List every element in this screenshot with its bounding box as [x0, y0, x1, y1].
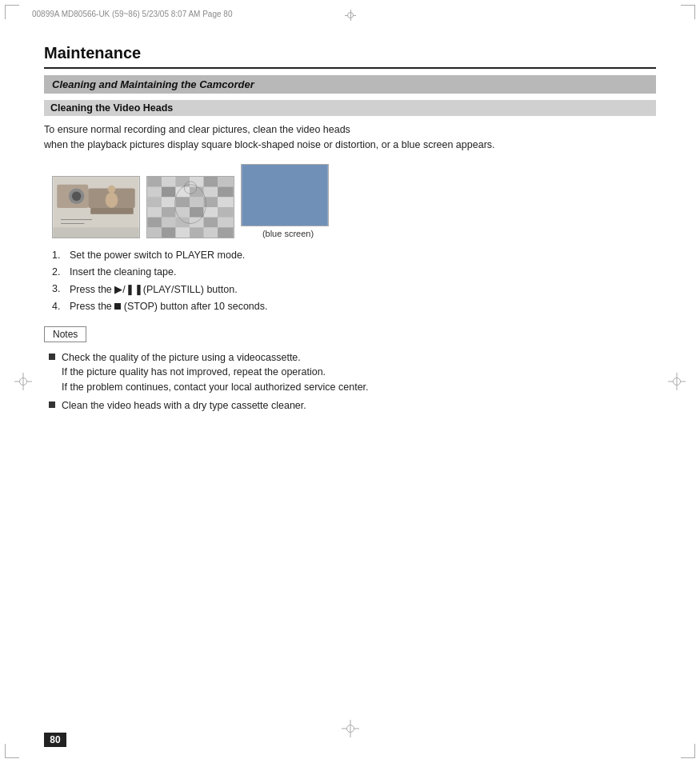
svg-rect-44	[175, 227, 190, 238]
svg-point-7	[108, 185, 116, 193]
svg-rect-41	[218, 217, 233, 227]
header-crosshair	[345, 10, 356, 21]
corner-mark-tr	[681, 5, 695, 19]
bullet-1	[49, 354, 55, 360]
images-row: (blue screen)	[52, 164, 656, 238]
corner-mark-br	[681, 744, 695, 758]
svg-rect-42	[147, 227, 162, 238]
svg-rect-18	[147, 186, 162, 197]
image-normal	[52, 176, 140, 238]
svg-rect-30	[147, 207, 162, 218]
svg-rect-36	[147, 217, 162, 227]
svg-rect-40	[204, 217, 218, 227]
step-1: 1. Set the power switch to PLAYER mode.	[52, 250, 656, 261]
notes-list: Check the quality of the picture using a…	[49, 350, 656, 413]
svg-rect-5	[90, 207, 134, 214]
bullet-2	[49, 401, 55, 408]
image-noisy	[146, 176, 234, 238]
notes-label: Notes	[53, 329, 78, 340]
svg-rect-50	[242, 165, 327, 226]
svg-rect-26	[175, 197, 190, 207]
svg-rect-24	[147, 197, 162, 207]
svg-rect-22	[204, 186, 218, 197]
notes-label-box: Notes	[44, 326, 86, 342]
steps-list: 1. Set the power switch to PLAYER mode. …	[52, 250, 656, 312]
svg-rect-45	[190, 227, 204, 238]
section-banner: Cleaning and Maintaining the Camcorder	[44, 75, 656, 94]
crosshair-left	[14, 373, 32, 390]
svg-rect-31	[162, 207, 176, 218]
image-blue-screen-container: (blue screen)	[241, 164, 335, 238]
svg-rect-35	[218, 207, 233, 218]
note-2: Clean the video heads with a dry type ca…	[49, 398, 656, 413]
svg-rect-29	[218, 197, 233, 207]
svg-point-6	[106, 192, 118, 207]
svg-rect-38	[175, 217, 190, 227]
header-file-info: 00899A MD80566-UK (59~86) 5/23/05 8:07 A…	[32, 10, 232, 18]
svg-rect-23	[218, 186, 233, 197]
corner-mark-tl	[5, 5, 19, 19]
svg-rect-17	[218, 177, 233, 187]
step-3: 3. Press the ▶/❚❚(PLAY/STILL) button.	[52, 283, 656, 295]
svg-rect-33	[190, 207, 204, 218]
content-area: Maintenance Cleaning and Maintaining the…	[44, 44, 656, 719]
blue-screen-label: (blue screen)	[244, 229, 332, 238]
svg-rect-25	[162, 197, 176, 207]
svg-rect-37	[162, 217, 176, 227]
step-2: 2. Insert the cleaning tape.	[52, 266, 656, 278]
page-title: Maintenance	[44, 44, 656, 62]
svg-rect-27	[190, 197, 204, 207]
svg-rect-19	[162, 186, 176, 197]
page: 00899A MD80566-UK (59~86) 5/23/05 8:07 A…	[0, 0, 700, 763]
svg-rect-16	[204, 177, 218, 187]
note-1: Check the quality of the picture using a…	[49, 350, 656, 395]
svg-rect-13	[162, 177, 176, 187]
intro-text: To ensure normal recording and clear pic…	[44, 122, 656, 153]
sub-section-header: Cleaning the Video Heads	[44, 100, 656, 116]
svg-point-4	[72, 191, 82, 201]
svg-rect-12	[147, 177, 162, 187]
svg-rect-10	[53, 227, 138, 238]
crosshair-bottom	[342, 720, 359, 737]
svg-rect-46	[204, 227, 218, 238]
title-underline	[44, 67, 656, 69]
svg-rect-47	[218, 227, 233, 238]
stop-icon	[114, 303, 121, 310]
step-4: 4. Press the (STOP) button after 10 seco…	[52, 301, 656, 312]
image-blue-screen	[241, 164, 329, 226]
crosshair-right	[668, 373, 686, 390]
svg-rect-43	[162, 227, 176, 238]
corner-mark-bl	[5, 744, 19, 758]
page-number: 80	[44, 733, 66, 747]
